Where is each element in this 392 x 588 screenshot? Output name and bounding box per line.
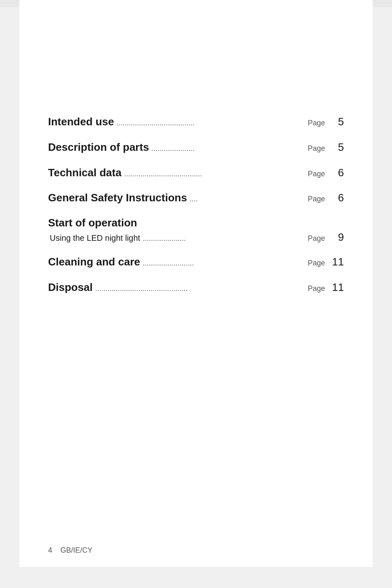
toc-container: Intended use ...........................… xyxy=(48,115,344,295)
toc-page-num-cleaning-and-care: 11 xyxy=(329,255,344,269)
toc-page-num-technical-data: 6 xyxy=(329,166,344,180)
toc-page-num-description-of-parts: 5 xyxy=(329,141,344,154)
toc-page-label-intended-use: Page xyxy=(308,118,325,128)
toc-entry-cleaning-and-care: Cleaning and care ......................… xyxy=(48,255,344,269)
toc-entry-start-of-operation: Start of operation Using the LED night l… xyxy=(48,217,344,244)
toc-page-label-disposal: Page xyxy=(308,284,325,293)
footer-locale: GB/IE/CY xyxy=(60,546,92,555)
toc-dots-start: ..................... xyxy=(143,234,305,243)
toc-dots-intended-use: ...................................... xyxy=(116,118,305,128)
toc-title-cleaning-and-care: Cleaning and care xyxy=(48,255,140,269)
footer: 4 GB/IE/CY xyxy=(48,546,92,555)
toc-page-label-general-safety: Page xyxy=(308,194,325,204)
toc-entry-description-of-parts: Description of parts ...................… xyxy=(48,141,344,154)
toc-dots-technical-data: ...................................... xyxy=(124,169,305,179)
toc-entry-general-safety: General Safety Instructions .... Page 6 xyxy=(48,191,344,205)
toc-page-label-technical-data: Page xyxy=(308,169,325,179)
toc-entry-disposal: Disposal ...............................… xyxy=(48,281,344,295)
toc-title-intended-use: Intended use xyxy=(48,115,114,129)
toc-sub-text-start: Using the LED night light xyxy=(50,233,140,243)
toc-entry-intended-use: Intended use ...........................… xyxy=(48,115,344,129)
toc-page-num-start: 9 xyxy=(329,231,344,244)
toc-dots-general-safety: .... xyxy=(189,194,305,204)
toc-page-label-description-of-parts: Page xyxy=(308,144,325,153)
toc-entry-technical-data: Technical data .........................… xyxy=(48,166,344,180)
toc-page-num-intended-use: 5 xyxy=(329,115,344,129)
toc-sub-line-start: Using the LED night light ..............… xyxy=(48,231,344,244)
toc-dots-description-of-parts: ..................... xyxy=(152,144,305,153)
footer-page-number: 4 xyxy=(48,546,52,555)
toc-page-label-cleaning-and-care: Page xyxy=(308,258,325,268)
toc-title-start-of-operation: Start of operation xyxy=(48,217,137,229)
toc-title-technical-data: Technical data xyxy=(48,166,122,180)
toc-dots-cleaning-and-care: ......................... xyxy=(143,258,305,268)
page: Intended use ...........................… xyxy=(19,0,373,567)
toc-title-general-safety: General Safety Instructions xyxy=(48,191,187,205)
toc-page-num-disposal: 11 xyxy=(329,281,344,295)
toc-title-disposal: Disposal xyxy=(48,281,92,295)
toc-page-num-general-safety: 6 xyxy=(329,191,344,205)
toc-dots-disposal: ........................................… xyxy=(95,284,305,293)
toc-page-label-start: Page xyxy=(308,234,325,243)
toc-title-description-of-parts: Description of parts xyxy=(48,141,149,154)
